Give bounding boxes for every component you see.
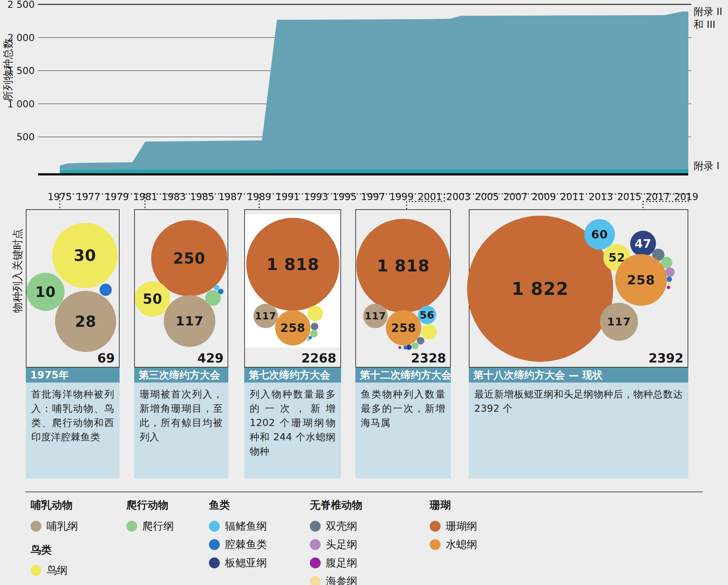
panel-header: 第十八次缔约方大会 — 现状 [469, 368, 688, 383]
panel-description: 列入物种数量最多的一次，新增 1202 个珊瑚纲物种和 244 个水螅纲物种 [244, 383, 341, 478]
x-tick-2011: 2011 [560, 191, 584, 202]
legend-group-title-3: 鱼类 [209, 498, 230, 512]
legend-color-dot [209, 539, 220, 550]
x-tick-1985: 1985 [190, 191, 214, 202]
legend-item: 腹足纲 [310, 556, 357, 570]
legend-color-dot [209, 557, 220, 568]
x-tick-1997: 1997 [361, 191, 385, 202]
panel-total: 429 [197, 351, 224, 366]
legend-item-label: 头足纲 [326, 537, 357, 552]
bubble-mammalia: 117 [363, 304, 388, 328]
bubble-mammalia: 28 [55, 291, 116, 352]
legend-divider [25, 492, 703, 492]
x-tick-2001: 2001 [418, 191, 442, 202]
bubble-aves: 30 [52, 223, 118, 288]
bubble-value: 117 [255, 310, 277, 322]
legend-color-dot [310, 557, 321, 568]
bubble-bivalvia [417, 337, 424, 344]
legend-group-title-4: 无脊椎动物 [310, 498, 362, 512]
x-tick-2013: 2013 [589, 191, 613, 202]
bubble-cephalopoda [665, 267, 675, 277]
bubble-value: 258 [280, 321, 305, 335]
legend-item: 水螅纲 [430, 537, 477, 552]
x-axis-line [38, 173, 688, 176]
timeline-chart-svg: 2 5002 0001 5001 00050019751977197919811… [0, 0, 728, 209]
bubble-reptilia [412, 342, 419, 349]
bubble-actinopterygii: 56 [418, 306, 436, 324]
legend-color-dot [310, 521, 321, 532]
bubble-chart-5: 1 8226052472581172392 [469, 209, 688, 368]
legend-item-label: 辐鳍鱼纲 [225, 519, 267, 533]
milestone-panel-1: 301028691975年首批海洋物种被列入：哺乳动物、鸟类、爬行动物和西印度洋… [26, 209, 120, 478]
legend-item: 鸟纲 [31, 563, 68, 578]
legend-item-label: 哺乳纲 [47, 519, 78, 533]
bubble-value: 117 [365, 310, 386, 322]
legend-item-label: 腔棘鱼类 [225, 537, 267, 552]
panel-total: 2328 [411, 351, 446, 366]
bubble-actinopterygii: 60 [584, 219, 615, 250]
bubble-hydrozoa: 258 [275, 310, 310, 345]
milestone-panel-3: 1 8181172582268第七次缔约方大会列入物种数量最多的一次，新增 12… [244, 209, 341, 478]
bubble-value: 50 [143, 291, 162, 307]
milestone-panel-5: 1 8226052472581172392第十八次缔约方大会 — 现状最近新增板… [469, 209, 688, 478]
x-tick-1979: 1979 [105, 191, 129, 202]
bubble-value: 117 [176, 314, 203, 329]
legend-group-title-5: 珊瑚 [430, 498, 451, 512]
area-appendix-2-3 [60, 12, 688, 173]
y-tick-label: 500 [17, 131, 35, 143]
bubble-value: 28 [75, 313, 96, 330]
infographic-canvas: 2 5002 0001 5001 00050019751977197919811… [0, 0, 728, 585]
bubble-elasmobranchii: 47 [630, 231, 656, 256]
legend-item: 珊瑚纲 [430, 519, 477, 533]
panel-header: 第三次缔约方大会 [134, 368, 228, 383]
x-tick-2009: 2009 [532, 191, 556, 202]
appendix-1-label: 附录 I [694, 160, 720, 172]
legend-item: 双壳纲 [310, 519, 357, 533]
legend-group-title-1: 鸟类 [31, 543, 52, 557]
x-tick-2017: 2017 [646, 191, 670, 202]
panel-header: 第七次缔约方大会 [244, 368, 341, 383]
x-tick-2015: 2015 [617, 191, 641, 202]
legend-item-label: 双壳纲 [326, 519, 357, 533]
legend-color-dot [310, 539, 321, 550]
legend-group-title-2: 爬行动物 [126, 498, 168, 512]
bubble-value: 1 818 [377, 256, 429, 275]
panel-total: 2268 [301, 351, 336, 366]
bubble-value: 1 818 [266, 255, 319, 274]
panel-total: 69 [97, 351, 115, 366]
legend-item-label: 水螅纲 [446, 537, 477, 552]
legend-item: 板鳃亚纲 [209, 556, 267, 570]
bubble-hydrozoa: 258 [615, 254, 667, 306]
bubble-value: 258 [391, 321, 416, 335]
bubble-chart-4: 1 818117258562328 [355, 209, 451, 368]
bubble-reptilia: 10 [26, 273, 65, 311]
bubble-chart-2: 25050117429 [134, 209, 228, 368]
y-tick-label: 2 500 [7, 0, 35, 10]
bubble-value: 56 [420, 309, 434, 321]
bubble-holothuroidea [667, 282, 671, 286]
bubble-mammalia: 117 [600, 303, 638, 341]
panel-total: 2392 [649, 351, 683, 366]
legend-item: 海参纲 [310, 574, 357, 585]
bubble-bivalvia [311, 323, 318, 330]
bubble-holothuroidea [401, 347, 404, 349]
x-tick-1987: 1987 [218, 191, 243, 202]
milestone-panel-2: 25050117429第三次缔约方大会珊瑚被首次列入，新增角珊瑚目，至此，所有鲸… [134, 209, 228, 478]
legend-item: 辐鳍鱼纲 [209, 519, 267, 533]
bubble-anthozoa: 1 818 [246, 218, 339, 311]
x-tick-1999: 1999 [389, 191, 413, 202]
bubble-value: 117 [607, 315, 631, 328]
x-tick-1995: 1995 [333, 191, 357, 202]
x-tick-2007: 2007 [503, 191, 527, 202]
bubble-value: 250 [173, 250, 206, 267]
legend-item-label: 板鳃亚纲 [225, 556, 267, 570]
bubble-aves: 50 [135, 281, 170, 317]
bubble-hydrozoa: 258 [386, 310, 421, 345]
legend-item-label: 鸟纲 [47, 563, 68, 578]
bubble-value: 10 [35, 284, 56, 300]
bubble-coelacanthi [667, 277, 672, 282]
milestone-panel-4: 1 818117258562328第十二次缔约方大会鱼类物种列入数量最多的一次，… [355, 209, 451, 478]
x-tick-1983: 1983 [162, 191, 186, 202]
appendix-2-3-label-line2: 和 III [694, 19, 715, 30]
bubble-actinopterygii [307, 339, 309, 341]
